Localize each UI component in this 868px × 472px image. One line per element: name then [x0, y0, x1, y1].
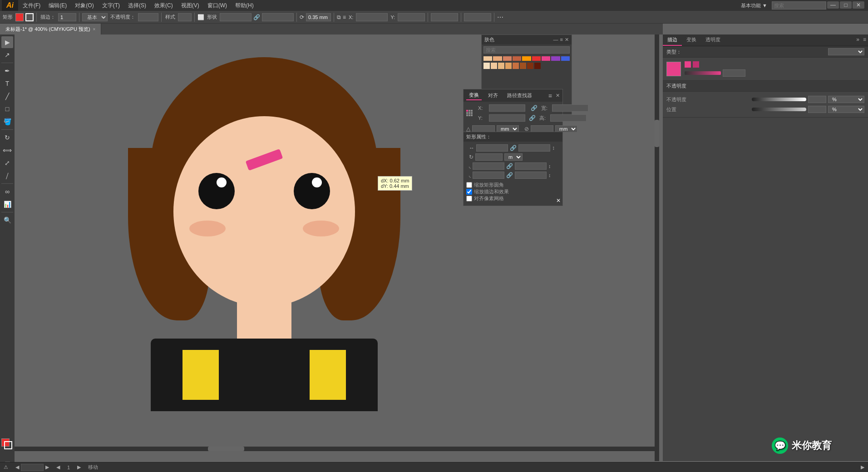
swatch-s1[interactable] — [483, 63, 490, 69]
color-swatch-7[interactable] — [542, 56, 550, 61]
far-right-expand[interactable]: » — [854, 34, 861, 46]
menu-select[interactable]: 选择(S) — [124, 1, 150, 10]
color-swatch-6[interactable] — [532, 56, 541, 61]
link-icon[interactable]: 🔗 — [531, 105, 538, 111]
line-tool[interactable]: ╱ — [1, 90, 13, 102]
menu-file[interactable]: 文件(F) — [19, 1, 44, 10]
transform-panel-close[interactable]: ✕ — [556, 93, 560, 98]
swatch-s6[interactable] — [520, 63, 526, 69]
rect-tool[interactable]: □ — [1, 103, 13, 115]
minimize-button[interactable]: — — [827, 1, 839, 9]
rect-w-input[interactable]: 6.149 mm — [476, 144, 508, 152]
preset-dropdown[interactable]: 基本功能 ▼ — [737, 2, 771, 9]
opacity-input[interactable]: 100% — [138, 13, 158, 21]
color-swatch-5[interactable] — [522, 56, 531, 61]
color-swatch-2[interactable] — [493, 56, 502, 61]
blend-mode-select[interactable]: 基本 — [82, 13, 108, 21]
zoom-input[interactable]: 400% — [21, 464, 44, 471]
swatch-s8[interactable] — [534, 63, 541, 69]
transform-tab-1[interactable]: 变换 — [466, 91, 482, 100]
stroke-width-input[interactable] — [58, 13, 76, 21]
angle-input[interactable] — [306, 13, 331, 21]
tab-close-button[interactable]: × — [93, 27, 96, 32]
lock-icon[interactable]: 🔗 — [253, 14, 260, 20]
color-search-input[interactable] — [483, 46, 570, 54]
zoom-tool[interactable]: 🔍 — [1, 214, 13, 226]
x-transform-input[interactable]: 325.16 mm — [489, 104, 525, 112]
preset-color-1[interactable] — [685, 61, 691, 68]
swatch-s5[interactable] — [513, 63, 519, 69]
stroke-swatch[interactable] — [4, 441, 12, 449]
close-button[interactable]: ✕ — [853, 1, 864, 9]
rect-link-icon-2[interactable]: 🔗 — [506, 163, 513, 169]
far-right-tab-stroke[interactable]: 描边 — [663, 34, 682, 46]
color-slider[interactable] — [685, 71, 721, 75]
more-icon[interactable]: ⋯ — [497, 14, 503, 21]
color-panel-collapse[interactable]: — — [553, 37, 558, 43]
color-swatch-9[interactable] — [561, 56, 570, 61]
color-swatch-8[interactable] — [551, 56, 560, 61]
opacity-value-input[interactable] — [808, 96, 826, 103]
y-input[interactable]: 74.48 mm — [398, 13, 425, 21]
far-right-menu[interactable]: ≡ — [861, 34, 868, 46]
active-tab[interactable]: 未标题-1* @ 400% (CMYK/GPU 预览) × — [0, 24, 101, 34]
x-input[interactable]: 325.16 mm — [356, 13, 388, 21]
rect-h-input[interactable]: 1.676 mm — [518, 144, 550, 152]
zoom-nav-prev[interactable]: ◀ — [15, 464, 19, 470]
style-input[interactable] — [178, 13, 192, 21]
transform-tab-2[interactable]: 对齐 — [485, 91, 501, 100]
horizontal-scrollbar[interactable] — [15, 447, 659, 451]
menu-object[interactable]: 对象(O) — [71, 1, 97, 10]
text-tool[interactable]: T — [1, 78, 13, 89]
menu-effect[interactable]: 效果(C) — [151, 1, 177, 10]
artboard-nav[interactable]: ◀ — [56, 464, 60, 470]
scroll-thumb-v[interactable] — [655, 120, 659, 147]
position-unit-select[interactable]: % — [828, 106, 864, 113]
rect-link-icon-3[interactable]: 🔗 — [506, 172, 513, 178]
vertical-scrollbar[interactable] — [655, 34, 659, 461]
type-dropdown[interactable] — [828, 48, 864, 55]
rotate-tool[interactable]: ↻ — [1, 132, 13, 143]
position-slider[interactable] — [752, 108, 806, 111]
width-input[interactable]: 6.149 mm — [220, 13, 252, 21]
rect-r3-input[interactable]: 0.35 mm — [473, 172, 504, 179]
y-transform-input[interactable]: 74.48 mm — [489, 114, 525, 122]
link-icon-2[interactable]: 🔗 — [529, 115, 536, 121]
color-swatch-4[interactable] — [513, 56, 521, 61]
color-panel-menu[interactable]: ≡ — [560, 37, 563, 43]
reflect-tool[interactable]: ⟺ — [1, 144, 13, 156]
menu-help[interactable]: 帮助(H) — [232, 1, 257, 10]
rect-r1-input[interactable]: 0.35 mm — [473, 162, 504, 170]
swatch-s2[interactable] — [491, 63, 497, 69]
menu-window[interactable]: 窗口(W) — [204, 1, 231, 10]
swatch-s7[interactable] — [527, 63, 533, 69]
rect-r4-input[interactable]: 0.35 mm — [515, 172, 547, 179]
far-right-tab-opacity[interactable]: 透明度 — [701, 34, 725, 46]
far-right-tab-transform[interactable]: 变换 — [682, 34, 701, 46]
color-swatch-1[interactable] — [483, 56, 492, 61]
reference-point-grid[interactable] — [466, 110, 473, 116]
rect-angle-input[interactable]: 324.59° — [475, 153, 503, 161]
rect-link-icon[interactable]: 🔗 — [510, 145, 517, 151]
rect-r2-input[interactable]: 0.35 mm — [515, 162, 547, 170]
position-value-input[interactable] — [808, 106, 826, 113]
paint-bucket[interactable]: 🪣 — [1, 116, 13, 128]
scroll-thumb-h[interactable] — [208, 447, 244, 451]
scale-corners-checkbox[interactable] — [466, 182, 472, 188]
direct-select-tool[interactable]: ↗ — [1, 49, 13, 61]
menu-view[interactable]: 视图(V) — [178, 1, 203, 10]
menu-edit[interactable]: 编辑(E) — [45, 1, 70, 10]
opacity-unit-select[interactable]: % — [828, 96, 864, 103]
swatch-s3[interactable] — [498, 63, 504, 69]
rect-panel-close[interactable]: ✕ — [556, 197, 561, 204]
align-pixel-checkbox[interactable] — [466, 196, 472, 202]
pen-tool[interactable]: ✒ — [1, 65, 13, 77]
rot-input[interactable]: 4.651 mm — [464, 13, 491, 21]
scale-strokes-checkbox[interactable] — [466, 189, 472, 195]
scale-tool[interactable]: ⤢ — [1, 157, 13, 169]
h-transform-input[interactable]: 4.651 mm — [550, 114, 587, 122]
timeline-icon[interactable]: ▶ — [861, 464, 864, 470]
main-color-swatch[interactable] — [666, 62, 681, 76]
artboard-nav-next[interactable]: ▶ — [77, 464, 81, 470]
stroke-color-swatch[interactable] — [25, 13, 34, 21]
